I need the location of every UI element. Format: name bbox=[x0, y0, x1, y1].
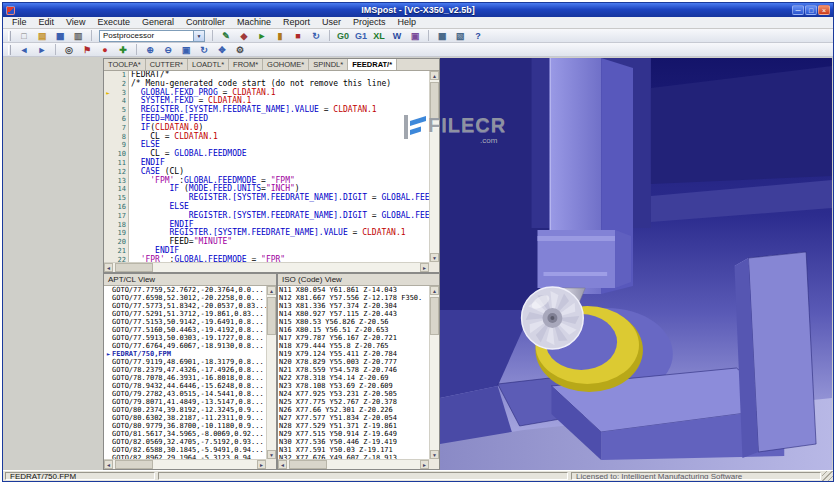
scroll-thumb[interactable] bbox=[289, 460, 327, 469]
scroll-thumb[interactable] bbox=[267, 297, 276, 335]
code-line[interactable]: CL = GLOBAL.FEEDMODE bbox=[131, 150, 429, 159]
iso-line[interactable]: N14 X80.927 Y57.115 Z-20.443 bbox=[279, 310, 429, 318]
resize-grip[interactable] bbox=[822, 471, 833, 481]
postprocessor-combo[interactable]: Postprocessor▼ bbox=[99, 30, 205, 42]
iso-line[interactable]: N24 X77.925 Y53.231 Z-20.505 bbox=[279, 390, 429, 398]
stop-icon[interactable]: ■ bbox=[290, 30, 306, 42]
tab-spindl[interactable]: SPINDL* bbox=[309, 59, 348, 70]
toolbar-grip[interactable] bbox=[8, 31, 11, 41]
iso-line[interactable]: N17 X79.787 Y56.167 Z-20.721 bbox=[279, 334, 429, 342]
apt-line[interactable]: GOTO/78.2379,47.4326,-17.4926,0.8... bbox=[105, 366, 266, 374]
iso-line[interactable]: N22 X78.318 Y54.14 Z-20.69 bbox=[279, 374, 429, 382]
zoom-in-icon[interactable]: ⊕ bbox=[142, 44, 158, 56]
close-icon[interactable]: × bbox=[818, 5, 830, 15]
menu-general[interactable]: General bbox=[136, 17, 180, 28]
iso-line[interactable]: N12 X81.667 Y57.556 Z-12.178 F350. bbox=[279, 294, 429, 302]
add-watch-icon[interactable]: ✚ bbox=[115, 44, 131, 56]
menu-view[interactable]: View bbox=[60, 17, 91, 28]
scroll-up-icon[interactable]: ▲ bbox=[430, 71, 439, 80]
apt-line[interactable]: GOTO/80.6302,38.2187,-11.2311,0.9... bbox=[105, 414, 266, 422]
menu-user[interactable]: User bbox=[316, 17, 347, 28]
iso-vscrollbar[interactable]: ▲▼ bbox=[429, 286, 439, 459]
menu-edit[interactable]: Edit bbox=[33, 17, 61, 28]
apt-line[interactable]: GOTO/77.5913,50.0303,-19.1727,0.8... bbox=[105, 334, 266, 342]
menu-file[interactable]: File bbox=[6, 17, 33, 28]
scroll-right-icon[interactable]: ► bbox=[420, 460, 429, 469]
cascade-windows-icon[interactable]: ▧ bbox=[452, 30, 468, 42]
iso-line[interactable]: N29 X77.515 Y50.914 Z-19.649 bbox=[279, 430, 429, 438]
apt-line[interactable]: GOTO/77.6598,52.3012,-20.2258,0.0... bbox=[105, 294, 266, 302]
apt-line[interactable]: GOTO/77.5773,51.8342,-20.0537,0.83... bbox=[105, 302, 266, 310]
apt-hscrollbar[interactable]: ◄► bbox=[104, 459, 266, 469]
excel-export-icon[interactable]: XL bbox=[371, 30, 387, 42]
run-icon[interactable]: ► bbox=[254, 30, 270, 42]
iso-line[interactable]: N31 X77.591 Y50.03 Z-19.171 bbox=[279, 446, 429, 454]
iso-line[interactable]: N11 X80.054 Y61.861 Z-14.043 bbox=[279, 286, 429, 294]
apt-line[interactable]: GOTO/77.9119,48.6901,-18.3179,0.8... bbox=[105, 358, 266, 366]
iso-line[interactable]: N28 X77.529 Y51.371 Z-19.861 bbox=[279, 422, 429, 430]
code-editor[interactable]: 12►345678910111213141516171819202122 FED… bbox=[104, 71, 429, 262]
edit-macro-icon[interactable]: ✎ bbox=[218, 30, 234, 42]
tile-windows-icon[interactable]: ▦ bbox=[434, 30, 450, 42]
back-icon[interactable]: ◄ bbox=[16, 44, 32, 56]
iso-line[interactable]: N18 X79.444 Y55.8 Z-20.765 bbox=[279, 342, 429, 350]
scroll-left-icon[interactable]: ◄ bbox=[278, 460, 287, 469]
apt-line[interactable]: GOTO/79.8071,41.4849,-13.5147,0.8... bbox=[105, 398, 266, 406]
scroll-up-icon[interactable]: ▲ bbox=[267, 286, 276, 295]
scroll-down-icon[interactable]: ▼ bbox=[430, 253, 439, 262]
title-bar[interactable]: IMSpost - [VC-X350_v2.5b] ─ □ × bbox=[3, 3, 833, 17]
maximize-icon[interactable]: □ bbox=[805, 5, 817, 15]
apt-line[interactable]: GOTO/77.7759,52.7672,-20.3764,0.0... bbox=[105, 286, 266, 294]
iso-view-list[interactable]: N11 X80.054 Y61.861 Z-14.043N12 X81.667 … bbox=[278, 286, 429, 459]
breakpoint-icon[interactable]: ● bbox=[97, 44, 113, 56]
apt-line[interactable]: GOTO/82.0569,32.4705,-7.5192,0.93... bbox=[105, 438, 266, 446]
iso-line[interactable]: N13 X81.336 Y57.374 Z-20.304 bbox=[279, 302, 429, 310]
editor-hscrollbar[interactable]: ◄► bbox=[104, 262, 429, 272]
apt-line[interactable]: GOTO/78.7078,46.3931,-16.8018,0.8... bbox=[105, 374, 266, 382]
chevron-down-icon[interactable]: ▼ bbox=[193, 31, 204, 41]
report-icon[interactable]: ▣ bbox=[407, 30, 423, 42]
code-lines[interactable]: FEDRAT/*/* Menu-generated code start (do… bbox=[129, 71, 429, 262]
settings-icon[interactable]: ⚙ bbox=[232, 44, 248, 56]
restart-icon[interactable]: ↻ bbox=[308, 30, 324, 42]
scroll-left-icon[interactable]: ◄ bbox=[104, 263, 113, 272]
menu-projects[interactable]: Projects bbox=[347, 17, 392, 28]
help-icon[interactable]: ? bbox=[470, 30, 486, 42]
bookmark-icon[interactable]: ⚑ bbox=[79, 44, 95, 56]
iso-line[interactable]: N27 X77.577 Y51.834 Z-20.054 bbox=[279, 414, 429, 422]
scroll-thumb[interactable] bbox=[115, 263, 153, 272]
apt-line[interactable]: GOTO/79.2782,43.0515,-14.5441,0.8... bbox=[105, 390, 266, 398]
tab-gohome[interactable]: GOHOME* bbox=[263, 59, 309, 70]
apt-view-list[interactable]: GOTO/77.7759,52.7672,-20.3764,0.0...GOTO… bbox=[104, 286, 266, 459]
rotate-view-icon[interactable]: ↻ bbox=[196, 44, 212, 56]
forward-icon[interactable]: ► bbox=[34, 44, 50, 56]
iso-line[interactable]: N23 X78.108 Y53.69 Z-20.609 bbox=[279, 382, 429, 390]
scroll-up-icon[interactable]: ▲ bbox=[430, 286, 439, 295]
iso-line[interactable]: N16 X80.15 Y56.51 Z-20.653 bbox=[279, 326, 429, 334]
compile-icon[interactable]: ◆ bbox=[236, 30, 252, 42]
gcode-g0-icon[interactable]: G0 bbox=[335, 30, 351, 42]
scroll-thumb[interactable] bbox=[430, 297, 439, 335]
iso-hscrollbar[interactable]: ◄► bbox=[278, 459, 429, 469]
app-icon[interactable] bbox=[6, 6, 15, 15]
iso-line[interactable]: N26 X77.66 Y52.301 Z-20.226 bbox=[279, 406, 429, 414]
open-folder-icon[interactable]: ▤ bbox=[34, 30, 50, 42]
iso-line[interactable]: N19 X79.124 Y55.411 Z-20.784 bbox=[279, 350, 429, 358]
scroll-left-icon[interactable]: ◄ bbox=[104, 460, 113, 469]
editor-vscrollbar[interactable]: ▲▼ bbox=[429, 71, 439, 262]
code-line[interactable]: CL = CLDATAN.1 bbox=[131, 133, 429, 142]
iso-line[interactable]: N30 X77.536 Y50.446 Z-19.419 bbox=[279, 438, 429, 446]
scroll-thumb[interactable] bbox=[115, 460, 153, 469]
iso-line[interactable]: N20 X78.829 Y55.003 Z-20.777 bbox=[279, 358, 429, 366]
zoom-out-icon[interactable]: ⊖ bbox=[160, 44, 176, 56]
apt-line[interactable]: GOTO/77.5291,51.3712,-19.861,0.83... bbox=[105, 310, 266, 318]
pause-icon[interactable]: ▮ bbox=[272, 30, 288, 42]
menu-controller[interactable]: Controller bbox=[180, 17, 231, 28]
word-export-icon[interactable]: W bbox=[389, 30, 405, 42]
menu-execute[interactable]: Execute bbox=[91, 17, 136, 28]
scroll-down-icon[interactable]: ▼ bbox=[267, 450, 276, 459]
apt-line[interactable]: GOTO/80.2374,39.8192,-12.3245,0.9... bbox=[105, 406, 266, 414]
print-icon[interactable]: ▥ bbox=[70, 30, 86, 42]
save-icon[interactable]: ▦ bbox=[52, 30, 68, 42]
tab-loadtl[interactable]: LOADTL* bbox=[188, 59, 229, 70]
